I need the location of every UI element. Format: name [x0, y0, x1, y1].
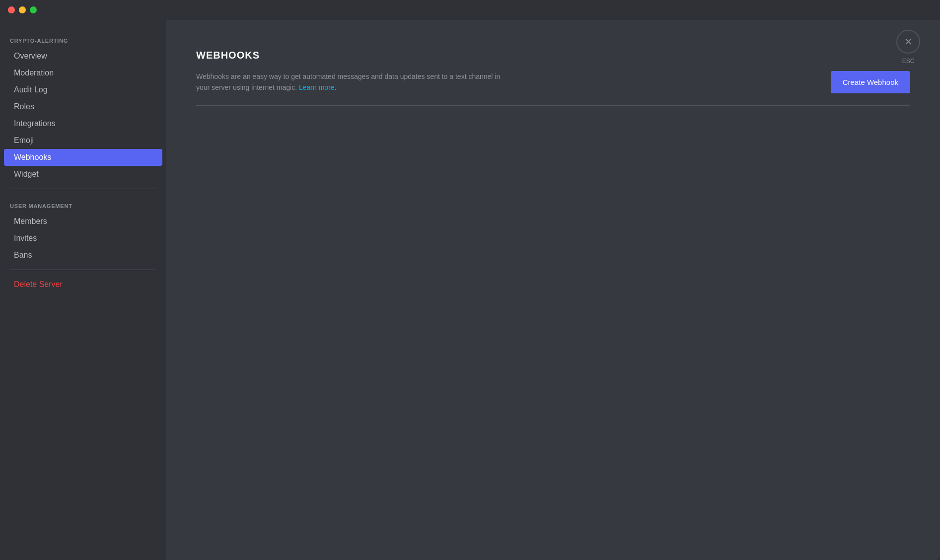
sidebar-item-delete-server[interactable]: Delete Server — [4, 276, 162, 293]
close-traffic-light[interactable] — [8, 6, 15, 13]
learn-more-link[interactable]: Learn more — [299, 83, 335, 91]
description-text: Webhooks are an easy way to get automate… — [196, 71, 514, 93]
sidebar-item-label-delete-server: Delete Server — [14, 280, 63, 289]
sidebar-item-label-roles: Roles — [14, 102, 34, 111]
content-divider — [196, 105, 910, 106]
sidebar-item-widget[interactable]: Widget — [4, 166, 162, 183]
sidebar-item-label-members: Members — [14, 217, 47, 226]
sidebar-item-label-audit-log: Audit Log — [14, 85, 48, 94]
sidebar-item-members[interactable]: Members — [4, 213, 162, 230]
sidebar-item-label-moderation: Moderation — [14, 69, 54, 77]
sidebar-item-integrations[interactable]: Integrations — [4, 115, 162, 132]
sidebar-item-label-integrations: Integrations — [14, 119, 56, 128]
title-bar — [0, 0, 940, 20]
close-button[interactable]: ✕ — [896, 30, 920, 54]
sidebar-section-crypto-alerting: CRYPTO-ALERTING Overview Moderation Audi… — [0, 30, 166, 183]
sidebar-item-moderation[interactable]: Moderation — [4, 65, 162, 81]
sidebar-item-invites[interactable]: Invites — [4, 230, 162, 247]
description-body: Webhooks are an easy way to get automate… — [196, 72, 500, 91]
sidebar-section-label-user-mgmt: USER MANAGEMENT — [0, 195, 166, 213]
minimize-traffic-light[interactable] — [19, 6, 26, 13]
sidebar-item-label-webhooks: Webhooks — [14, 153, 51, 162]
sidebar-divider-2 — [10, 270, 156, 270]
sidebar-section-label-crypto: CRYPTO-ALERTING — [0, 30, 166, 48]
page-title: WEBHOOKS — [196, 50, 910, 61]
close-area: ✕ ESC — [896, 30, 920, 65]
close-icon: ✕ — [904, 36, 913, 48]
main-content: CRYPTO-ALERTING Overview Moderation Audi… — [0, 20, 940, 560]
description-area: Webhooks are an easy way to get automate… — [196, 71, 910, 93]
sidebar-item-label-bans: Bans — [14, 251, 32, 260]
sidebar-item-label-emoji: Emoji — [14, 136, 34, 145]
sidebar-divider-1 — [10, 189, 156, 189]
sidebar-item-label-invites: Invites — [14, 234, 37, 243]
sidebar-item-roles[interactable]: Roles — [4, 98, 162, 115]
sidebar: CRYPTO-ALERTING Overview Moderation Audi… — [0, 20, 166, 560]
app-window: CRYPTO-ALERTING Overview Moderation Audi… — [0, 0, 940, 560]
sidebar-section-user-management: USER MANAGEMENT Members Invites Bans — [0, 195, 166, 264]
create-webhook-button[interactable]: Create Webhook — [831, 71, 910, 93]
sidebar-item-webhooks[interactable]: Webhooks — [4, 149, 162, 166]
sidebar-item-audit-log[interactable]: Audit Log — [4, 81, 162, 98]
sidebar-item-bans[interactable]: Bans — [4, 247, 162, 264]
sidebar-item-label-overview: Overview — [14, 52, 47, 61]
main-panel: WEBHOOKS Webhooks are an easy way to get… — [166, 20, 940, 560]
sidebar-item-label-widget: Widget — [14, 170, 39, 179]
sidebar-item-emoji[interactable]: Emoji — [4, 132, 162, 149]
maximize-traffic-light[interactable] — [30, 6, 37, 13]
sidebar-item-overview[interactable]: Overview — [4, 48, 162, 65]
esc-label: ESC — [902, 58, 915, 65]
